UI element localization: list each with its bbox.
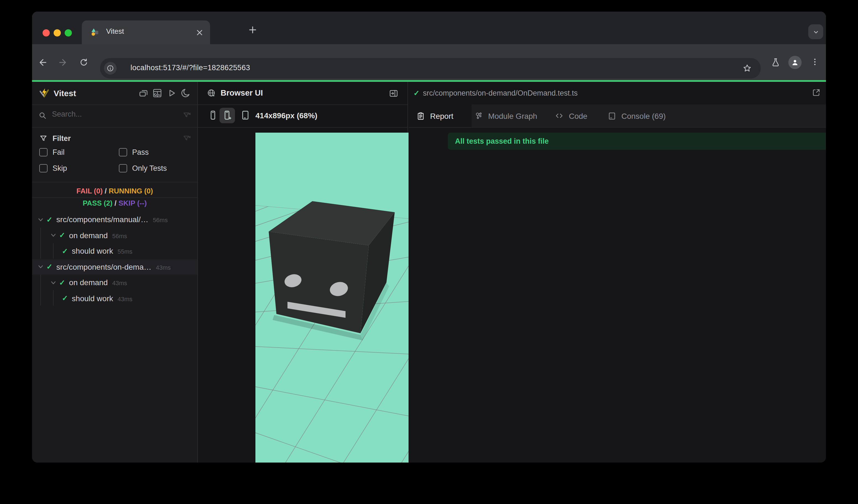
browser-window: Vitest [32, 12, 826, 462]
checkbox-skip[interactable] [39, 164, 48, 173]
bookmark-star-icon[interactable] [741, 63, 753, 74]
search-icon [38, 111, 47, 120]
device-phone-plus-button[interactable] [220, 108, 235, 123]
experiments-flask-icon[interactable] [769, 56, 782, 68]
test-suite-name: on demand [69, 231, 108, 240]
viewport-size-label: 414x896px (68%) [255, 111, 317, 120]
filter-clear-icon[interactable] [182, 134, 191, 143]
browser-menu-icon[interactable] [809, 56, 821, 67]
filter-option-skip[interactable]: Skip [39, 164, 67, 173]
test-duration: 55ms [117, 247, 132, 255]
forward-icon[interactable] [58, 57, 68, 68]
pass-check-icon: ✓ [59, 231, 65, 239]
filter-option-pass[interactable]: Pass [119, 148, 149, 157]
report-tabs: Report Module Graph Code Console (69) [409, 104, 826, 128]
clear-filter-icon[interactable] [182, 111, 191, 120]
tree-row-test[interactable]: ✓ should work 55ms [32, 243, 197, 259]
test-duration: 43ms [112, 278, 127, 286]
banner-text: All tests passed in this file [455, 137, 549, 145]
test-case-name: should work [72, 294, 113, 303]
search-input[interactable] [51, 110, 180, 119]
new-tab-icon[interactable] [248, 25, 258, 35]
vitest-ui: Vitest [32, 82, 826, 462]
chevron-down-icon[interactable] [49, 278, 58, 287]
open-external-icon[interactable] [812, 88, 821, 97]
tree-row-suite[interactable]: ✓ on demand 43ms [32, 275, 197, 290]
url-text[interactable]: localhost:5173/#/?file=1828625563 [130, 64, 250, 72]
pass-check-icon: ✓ [414, 89, 419, 97]
tree-row-test[interactable]: ✓ should work 43ms [32, 290, 197, 306]
test-duration: 43ms [156, 263, 171, 271]
filter-section: Filter Fail Pass Skip [32, 127, 197, 182]
browser-tab[interactable]: Vitest [82, 20, 210, 44]
tab-code[interactable]: Code [555, 104, 587, 127]
vitest-favicon-icon [91, 28, 99, 36]
checkbox-pass[interactable] [119, 148, 127, 157]
profile-avatar[interactable] [788, 56, 801, 69]
test-case-name: should work [72, 246, 113, 255]
run-all-play-icon[interactable] [166, 88, 177, 98]
file-path: src/components/on-demand/OnDemand.test.t… [423, 89, 578, 97]
report-clipboard-icon [416, 111, 425, 120]
tab-close-icon[interactable] [195, 28, 205, 37]
filter-title: Filter [52, 134, 71, 143]
tree-row-file[interactable]: ✓ src/components/manual/… 56ms [32, 212, 197, 227]
pass-check-icon: ✓ [46, 215, 52, 224]
test-file-name: src/components/on-dema… [57, 262, 152, 271]
tab-label: Code [569, 111, 587, 120]
running-count: RUNNING (0) [109, 187, 153, 195]
tree-row-file-selected[interactable]: ✓ src/components/on-dema… 43ms [32, 259, 197, 274]
pass-check-icon: ✓ [59, 278, 65, 287]
skip-count: SKIP (--) [118, 199, 147, 207]
filter-option-only-tests[interactable]: Only Tests [119, 164, 167, 173]
vitest-logo-icon [39, 88, 49, 98]
reload-icon[interactable] [78, 57, 89, 68]
test-duration: 43ms [117, 294, 132, 302]
tree-row-suite[interactable]: ✓ on demand 56ms [32, 227, 197, 243]
checkbox-only-tests[interactable] [119, 164, 127, 173]
sidebar: Vitest [32, 82, 198, 462]
chevron-down-icon[interactable] [36, 262, 45, 271]
pass-count: PASS (2) [83, 199, 112, 207]
dark-mode-moon-icon[interactable] [180, 88, 191, 98]
all-tests-passed-banner: All tests passed in this file [448, 133, 826, 150]
site-info-icon[interactable] [104, 62, 117, 75]
tab-module-graph[interactable]: Module Graph [474, 104, 537, 127]
report-file-header: ✓ src/components/on-demand/OnDemand.test… [409, 82, 826, 105]
brand-title: Vitest [54, 88, 76, 98]
dock-panel-right-icon[interactable] [388, 88, 399, 98]
robot-cube-scene[interactable] [255, 133, 412, 462]
tab-report[interactable]: Report [409, 104, 472, 127]
traffic-minimize-button[interactable] [54, 29, 61, 36]
device-tablet-icon[interactable] [239, 110, 252, 121]
test-file-name: src/components/manual/… [57, 215, 148, 224]
pass-check-icon: ✓ [62, 247, 68, 255]
sidebar-header: Vitest [32, 82, 197, 105]
url-bar[interactable]: localhost:5173/#/?file=1828625563 [100, 58, 761, 79]
checkbox-label: Only Tests [132, 164, 167, 173]
tab-label: Module Graph [488, 111, 537, 120]
tab-search-chevron-icon[interactable] [808, 24, 823, 39]
checkbox-fail[interactable] [39, 148, 48, 157]
device-phone-small-icon[interactable] [207, 110, 218, 121]
tab-title: Vitest [106, 27, 124, 35]
tab-console[interactable]: Console (69) [607, 104, 666, 127]
stacked-windows-icon[interactable] [138, 88, 149, 98]
tab-label: Report [430, 111, 453, 120]
browser-ui-header: Browser UI [198, 82, 408, 105]
browser-toolbar: localhost:5173/#/?file=1828625563 [32, 44, 826, 80]
console-icon [607, 111, 616, 120]
device-toolbar: 414x896px (68%) [198, 104, 408, 128]
chevron-down-icon[interactable] [49, 231, 58, 239]
panel-title: Browser UI [221, 88, 263, 97]
chevron-down-icon[interactable] [36, 215, 45, 224]
back-icon[interactable] [37, 57, 48, 68]
tab-label: Console (69) [621, 111, 666, 120]
filter-funnel-icon [39, 134, 48, 143]
traffic-close-button[interactable] [43, 29, 50, 36]
traffic-zoom-button[interactable] [65, 29, 72, 36]
globe-icon [207, 88, 216, 98]
dashboard-icon[interactable] [152, 88, 162, 98]
filter-option-fail[interactable]: Fail [39, 148, 65, 157]
test-suite-name: on demand [69, 278, 108, 287]
